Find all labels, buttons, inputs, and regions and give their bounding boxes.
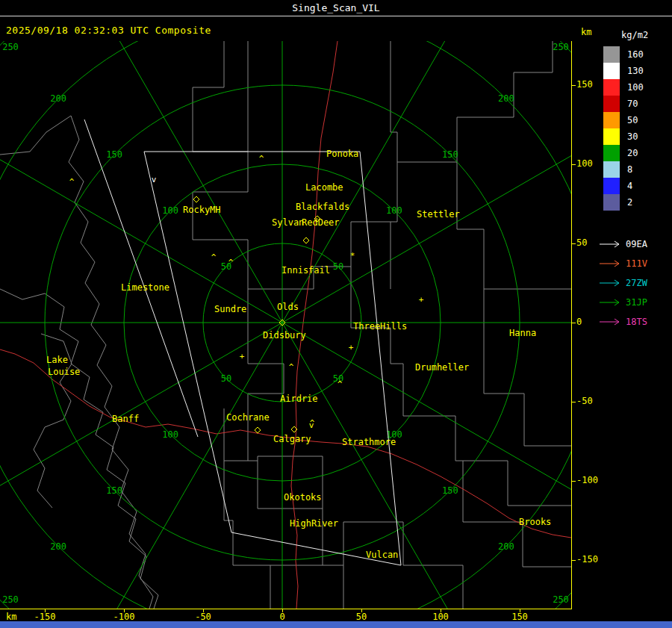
county-boundary <box>484 352 571 446</box>
county-boundary <box>193 222 391 289</box>
plus-marker: + <box>240 352 245 361</box>
scale-color-box <box>603 96 620 112</box>
x-axis-unit-label: km <box>6 612 16 622</box>
radar-map: 5050505010010010010015015015015020020020… <box>0 41 571 609</box>
scale-row: 160 <box>597 46 672 63</box>
legend-panel: kg/m2 16013010070503020842 09EA111V27ZW3… <box>597 30 672 332</box>
radar-site-id: 111V <box>626 258 647 269</box>
scale-color-box <box>603 79 620 96</box>
azimuth-line <box>282 323 571 520</box>
city-label: Blackfalds <box>296 202 349 212</box>
x-tick-label: 50 <box>345 612 378 622</box>
city-label: Limestone <box>121 282 169 293</box>
y-tick-mark <box>571 323 576 323</box>
radar-arrow-icon <box>599 317 621 326</box>
radar-site-legend-item: 31JP <box>597 293 672 312</box>
scale-row: 30 <box>597 128 672 145</box>
radar-arrow-icon <box>599 240 621 249</box>
city-label: Okotoks <box>284 492 322 503</box>
x-axis-line <box>0 609 572 609</box>
site-diamond-marker <box>303 237 309 243</box>
azimuth-line <box>84 323 282 609</box>
city-label: RockyMH <box>183 205 221 215</box>
caret-marker: ^ <box>337 379 343 389</box>
x-tick-label: 150 <box>503 612 536 622</box>
city-label: Lake <box>46 355 68 365</box>
radar-map-area[interactable]: 5050505010010010010015015015015020020020… <box>0 41 571 609</box>
highway-line <box>296 41 337 438</box>
range-ring-label: 250 <box>2 42 19 52</box>
range-ring-label: 50 <box>221 373 231 384</box>
y-tick-label: 100 <box>576 158 593 169</box>
x-tick-label: 100 <box>424 612 457 622</box>
y-tick-mark <box>571 243 576 244</box>
range-ring-label: 100 <box>386 205 402 216</box>
county-boundary <box>224 461 270 609</box>
county-boundary <box>463 461 571 567</box>
radar-site-legend-item: 18TS <box>597 312 672 332</box>
x-tick-label: -100 <box>108 612 140 622</box>
varrow-marker: v <box>152 175 157 184</box>
y-tick-label: 0 <box>576 317 582 327</box>
scale-row: 70 <box>597 96 672 112</box>
scan-timestamp: 2025/09/18 02:32:03 UTC Composite <box>6 25 211 36</box>
y-tick-mark <box>571 85 576 86</box>
city-label: ThreeHills <box>353 321 407 332</box>
range-ring-label: 250 <box>553 594 569 605</box>
scale-value-label: 20 <box>627 148 638 158</box>
radar-site-legend-item: 27ZW <box>597 273 672 293</box>
y-tick-label: 50 <box>576 237 587 248</box>
scale-value-label: 30 <box>627 131 638 142</box>
city-label: Cochrane <box>226 412 270 423</box>
city-label: Lacombe <box>305 182 343 193</box>
site-diamond-marker <box>255 427 261 433</box>
scale-value-label: 70 <box>627 99 638 109</box>
varrow-marker: v <box>309 420 314 430</box>
city-label: Brooks <box>519 517 551 527</box>
scale-value-label: 100 <box>627 82 644 93</box>
range-ring-label: 50 <box>333 261 343 272</box>
range-ring-label: 250 <box>2 594 19 605</box>
radar-app-window: Single_Scan_VIL 2025/09/18 02:32:03 UTC … <box>0 0 672 628</box>
city-label: Ponoka <box>326 149 358 159</box>
y-tick-label: -50 <box>576 396 593 406</box>
caret-marker: ^ <box>259 154 264 164</box>
star-marker: * <box>350 251 355 261</box>
scale-color-box <box>603 128 620 145</box>
city-label: Vulcan <box>366 550 398 560</box>
scale-value-label: 130 <box>627 66 644 76</box>
range-ring-label: 150 <box>442 149 458 160</box>
y-tick-mark <box>571 164 576 165</box>
y-tick-mark <box>571 481 576 482</box>
title-bar: Single_Scan_VIL <box>0 0 672 16</box>
legend-unit-label: kg/m2 <box>621 30 672 40</box>
range-ring-label: 200 <box>50 541 66 552</box>
radar-site-id: 27ZW <box>626 278 647 288</box>
city-label: Didsbury <box>263 330 306 341</box>
city-label: RedDeer <box>302 217 340 228</box>
scale-color-box <box>603 46 620 63</box>
y-axis-line <box>571 41 572 609</box>
range-ring-label: 200 <box>50 93 66 104</box>
radar-arrow-icon <box>599 298 621 307</box>
range-ring-label: 200 <box>498 93 514 104</box>
city-label: Sundre <box>214 304 246 314</box>
color-scale: 16013010070503020842 <box>597 46 672 211</box>
range-ring-label: 250 <box>553 42 569 52</box>
x-tick-label: -50 <box>187 612 220 622</box>
window-title: Single_Scan_VIL <box>292 2 379 13</box>
county-boundary <box>351 267 571 506</box>
city-label: Airdrie <box>280 394 318 404</box>
y-tick-label: 150 <box>576 79 593 90</box>
caret-marker: ^ <box>69 177 75 187</box>
scale-color-box <box>603 63 620 79</box>
azimuth-line <box>0 125 282 323</box>
scale-color-box <box>603 112 620 128</box>
scale-value-label: 50 <box>627 115 638 125</box>
scale-color-box <box>603 161 620 178</box>
county-boundary <box>391 41 397 289</box>
scale-row: 20 <box>597 145 672 161</box>
radar-sector-edge <box>84 119 198 437</box>
plus-marker: + <box>419 295 424 305</box>
range-ring-label: 100 <box>162 429 178 440</box>
